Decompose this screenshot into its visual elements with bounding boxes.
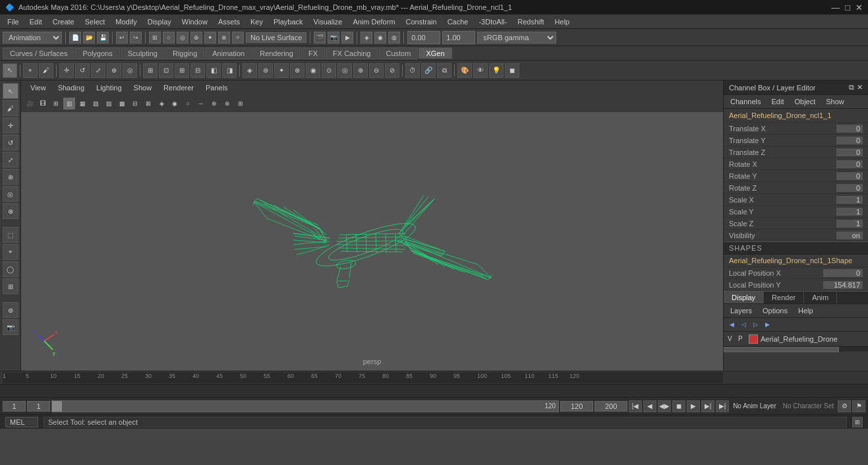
misc3-icon[interactable]: ◍ [388, 32, 400, 44]
misc-c-icon[interactable]: ✦ [274, 63, 289, 78]
deformer-icon[interactable]: ⧉ [437, 63, 451, 78]
lasso-icon[interactable]: ⌖ [23, 63, 38, 78]
tab-polygons[interactable]: Polygons [75, 47, 119, 59]
vp-renderer-menu[interactable]: Renderer [158, 82, 199, 93]
tool7-icon[interactable]: ✧ [232, 32, 244, 44]
channel-translate-y[interactable]: Translate Y 0 [724, 135, 868, 146]
redo-icon[interactable]: ↪ [130, 32, 142, 44]
channel-scale-x[interactable]: Scale X 1 [724, 194, 868, 206]
animation-mode-dropdown[interactable]: Animation [3, 32, 62, 44]
cb-edit-menu[interactable]: Edit [767, 96, 788, 107]
tab-animation[interactable]: Animation [205, 47, 252, 59]
cb-channels-menu[interactable]: Channels [726, 96, 765, 107]
vp-grid-icon[interactable]: ⊞ [235, 98, 246, 109]
tool6-icon[interactable]: ⊗ [218, 32, 230, 44]
vp-view-menu[interactable]: View [25, 82, 51, 93]
vp-icon5[interactable]: ▦ [76, 98, 88, 109]
layer-new-icon[interactable]: ◀ [726, 319, 737, 330]
end-frame-field[interactable] [560, 401, 593, 412]
menu-file[interactable]: File [3, 16, 24, 27]
layer-visibility-toggle[interactable]: V [728, 335, 736, 342]
layers-menu[interactable]: Layers [726, 305, 756, 316]
vp-icon6[interactable]: ▧ [90, 98, 101, 109]
3d-brush-btn[interactable]: ⊞ [3, 278, 18, 294]
select-btn[interactable]: ↖ [3, 83, 18, 99]
next-key-btn[interactable]: ▶| [716, 400, 729, 412]
menu-redshift[interactable]: Redshift [513, 16, 548, 27]
play-fwd-btn[interactable]: ▶ [687, 400, 700, 412]
tab-rendering[interactable]: Rendering [252, 47, 301, 59]
value2-field[interactable] [442, 31, 475, 44]
vp-shadow-icon[interactable]: ◉ [169, 98, 181, 109]
soft-mod-icon[interactable]: ◎ [123, 63, 137, 78]
scale-icon[interactable]: ⤢ [91, 63, 105, 78]
snap3-icon[interactable]: ⊟ [190, 63, 205, 78]
menu-playback[interactable]: Playback [269, 16, 308, 27]
anim-bookmark-btn[interactable]: ⚑ [852, 400, 865, 412]
misc2-icon[interactable]: ◉ [374, 32, 386, 44]
grid-icon[interactable]: ⊞ [143, 63, 158, 78]
layer-item[interactable]: V P Aerial_Refueling_Drone [724, 332, 868, 346]
vp-depth-icon[interactable]: ⊕ [208, 98, 220, 109]
vp-icon7[interactable]: ▨ [103, 98, 115, 109]
misc-h-icon[interactable]: ⊕ [353, 63, 368, 78]
vp-ao-icon[interactable]: ○ [182, 98, 194, 109]
axis-btn[interactable]: ⊛ [3, 302, 18, 318]
menu-create[interactable]: Create [48, 16, 79, 27]
menu-edit[interactable]: Edit [25, 16, 47, 27]
layer-playback-toggle[interactable]: P [738, 335, 746, 342]
universal-icon[interactable]: ⊕ [107, 63, 121, 78]
vp-icon3[interactable]: ⊞ [50, 98, 62, 109]
open-file-icon[interactable]: 📂 [83, 32, 95, 44]
cb-float-icon[interactable]: ⧉ [849, 83, 854, 92]
paint-select-icon[interactable]: 🖌 [39, 63, 53, 78]
tool5-icon[interactable]: ✦ [204, 32, 216, 44]
tab-custom[interactable]: Custom [379, 47, 419, 59]
menu-select[interactable]: Select [80, 16, 110, 27]
hide-icon[interactable]: 👁 [473, 63, 488, 78]
channel-visibility[interactable]: Visibility on [724, 230, 868, 241]
render-icon[interactable]: 🎬 [314, 32, 326, 44]
tab-anim[interactable]: Anim [804, 292, 837, 303]
show-manip-btn[interactable]: ⊗ [3, 203, 18, 219]
brush-sel-btn[interactable]: ◯ [3, 261, 18, 277]
tab-rigging[interactable]: Rigging [165, 47, 204, 59]
misc-a-icon[interactable]: ◈ [243, 63, 257, 78]
vp-camera-icon[interactable]: 🎥 [24, 98, 36, 109]
vp-show-menu[interactable]: Show [129, 82, 158, 93]
tab-sculpting[interactable]: Sculpting [121, 47, 165, 59]
channel-translate-x[interactable]: Translate X 0 [724, 123, 868, 135]
misc-d-icon[interactable]: ⊗ [290, 63, 304, 78]
cb-show-menu[interactable]: Show [822, 96, 848, 107]
vp-icon11[interactable]: ◈ [156, 98, 167, 109]
cam-btn[interactable]: 📷 [3, 319, 18, 335]
vp-icon4[interactable]: ▥ [63, 98, 75, 109]
channel-translate-z[interactable]: Translate Z 0 [724, 146, 868, 158]
menu-key[interactable]: Key [246, 16, 268, 27]
vp-lighting-menu[interactable]: Lighting [91, 82, 127, 93]
step-fwd-btn[interactable]: ▶| [701, 400, 714, 412]
tab-curves-surfaces[interactable]: Curves / Surfaces [3, 47, 74, 59]
layer-end-icon[interactable]: ▶ [762, 319, 772, 330]
shape-local-pos-x[interactable]: Local Position X 0 [724, 267, 868, 279]
misc-j-icon[interactable]: ⊘ [385, 63, 399, 78]
timeline-track[interactable]: 1 5 10 15 20 25 30 35 40 45 50 55 60 65 … [3, 373, 723, 383]
vp-icon9[interactable]: ⊟ [129, 98, 141, 109]
tool3-icon[interactable]: ◎ [177, 32, 188, 44]
paint-btn[interactable]: 🖌 [3, 100, 18, 116]
playback-range-handle[interactable] [52, 401, 62, 412]
vp-panels-menu[interactable]: Panels [200, 82, 233, 93]
layer-fwd-icon[interactable]: ▷ [750, 319, 761, 330]
channel-scale-z[interactable]: Scale Z 1 [724, 218, 868, 230]
layer-back-icon[interactable]: ◁ [738, 319, 749, 330]
gamma-dropdown[interactable]: sRGB gamma [477, 32, 556, 44]
mat-icon[interactable]: ◼ [505, 63, 519, 78]
options-menu[interactable]: Options [759, 305, 792, 316]
tool2-icon[interactable]: ○ [163, 32, 175, 44]
move-btn[interactable]: ✛ [3, 117, 18, 133]
lasso-btn[interactable]: ⌖ [3, 244, 18, 260]
scrollbar-thumb[interactable] [724, 347, 839, 352]
universal-btn[interactable]: ⊕ [3, 169, 18, 185]
channel-rotate-z[interactable]: Rotate Z 0 [724, 182, 868, 194]
current-frame-field[interactable] [3, 401, 26, 412]
